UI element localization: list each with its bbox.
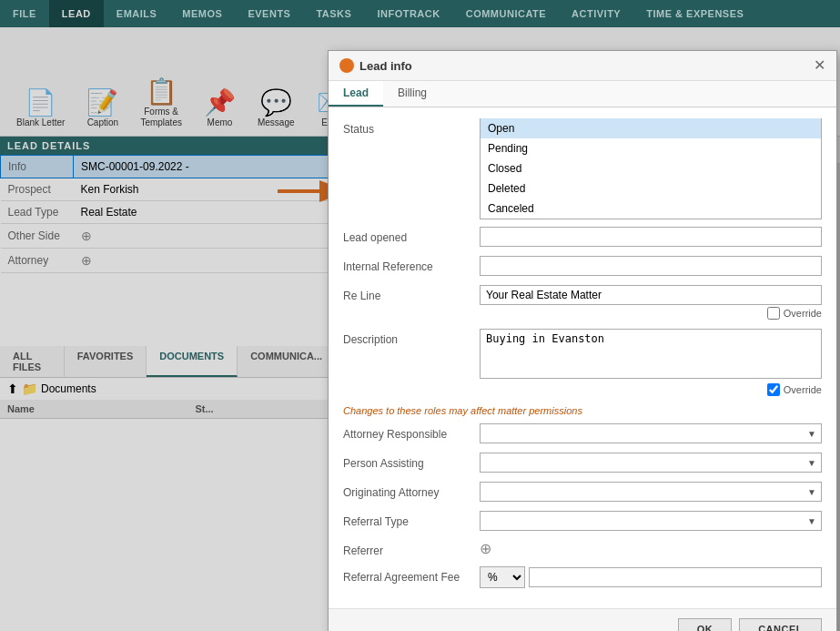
referrer-row: Referrer ⊕ xyxy=(343,540,822,557)
person-assisting-label: Person Assisting xyxy=(343,453,480,470)
dropdown-option-pending[interactable]: Pending xyxy=(481,138,821,158)
cancel-button[interactable]: CANCEL xyxy=(739,618,822,631)
logo-icon xyxy=(339,58,354,73)
person-assisting-row: Person Assisting ▼ xyxy=(343,453,822,473)
modal-tab-billing[interactable]: Billing xyxy=(383,81,441,107)
person-assisting-select[interactable] xyxy=(480,453,822,473)
re-line-input[interactable] xyxy=(480,285,822,305)
description-textarea[interactable]: Buying in Evanston xyxy=(480,329,822,379)
dropdown-option-canceled[interactable]: Canceled xyxy=(481,198,821,219)
attorney-responsible-label: Attorney Responsible xyxy=(343,423,480,441)
referral-fee-inner: % $ xyxy=(480,566,822,588)
status-label: Status xyxy=(343,118,480,136)
dropdown-option-deleted[interactable]: Deleted xyxy=(481,178,821,198)
ok-button[interactable]: OK xyxy=(678,618,733,631)
fee-amount-input[interactable] xyxy=(529,567,822,587)
referral-type-row: Referral Type ▼ xyxy=(343,511,822,531)
fee-type-select[interactable]: % $ xyxy=(480,566,525,588)
internal-reference-row: Internal Reference xyxy=(343,256,822,276)
lead-opened-input[interactable] xyxy=(480,227,822,247)
originating-attorney-row: Originating Attorney ▼ xyxy=(343,482,822,502)
dropdown-option-open[interactable]: Open xyxy=(481,118,821,138)
referral-type-select[interactable] xyxy=(480,511,822,531)
originating-attorney-control: ▼ xyxy=(480,482,822,502)
lead-opened-row: Lead opened xyxy=(343,227,822,247)
add-referrer-icon[interactable]: ⊕ xyxy=(480,541,491,556)
internal-reference-input[interactable] xyxy=(480,256,822,276)
originating-attorney-label: Originating Attorney xyxy=(343,482,480,499)
lead-opened-control xyxy=(480,227,822,247)
modal-close-button[interactable]: ✕ xyxy=(814,58,825,73)
modal-header: Lead info ✕ xyxy=(329,51,836,81)
modal-tab-lead[interactable]: Lead xyxy=(329,81,383,107)
lead-opened-label: Lead opened xyxy=(343,227,480,244)
re-line-label: Re Line xyxy=(343,285,480,302)
roles-note: Changes to these roles may affect matter… xyxy=(343,405,822,416)
referral-fee-control: % $ xyxy=(480,566,822,588)
re-line-row: Re Line Override xyxy=(343,285,822,320)
referrer-control: ⊕ xyxy=(480,540,822,557)
modal-footer: OK CANCEL xyxy=(329,608,836,631)
description-override-checkbox[interactable] xyxy=(767,383,780,396)
description-row: Description Buying in Evanston Override xyxy=(343,329,822,396)
lead-info-modal: Lead info ✕ Lead Billing Status Open Pen… xyxy=(328,50,837,631)
re-line-override-label: Override xyxy=(784,308,822,319)
dropdown-option-closed[interactable]: Closed xyxy=(481,158,821,178)
referral-fee-row: Referral Agreement Fee % $ xyxy=(343,566,822,588)
attorney-responsible-control: ▼ xyxy=(480,423,822,443)
re-line-override-checkbox[interactable] xyxy=(767,307,780,320)
attorney-responsible-row: Attorney Responsible ▼ xyxy=(343,423,822,443)
re-line-control: Override xyxy=(480,285,822,320)
referral-type-label: Referral Type xyxy=(343,511,480,528)
originating-attorney-select[interactable] xyxy=(480,482,822,502)
modal-title-text: Lead info xyxy=(359,59,412,73)
status-dropdown-open: Open Pending Closed Deleted Canceled xyxy=(480,118,822,219)
description-control: Buying in Evanston Override xyxy=(480,329,822,396)
description-override-row: Override xyxy=(480,383,822,396)
re-line-override-row: Override xyxy=(480,307,822,320)
description-override-label: Override xyxy=(784,384,822,395)
internal-reference-control xyxy=(480,256,822,276)
modal-tabs: Lead Billing xyxy=(329,81,836,107)
modal-body: Status Open Pending Closed Deleted Cance… xyxy=(329,107,836,608)
referrer-label: Referrer xyxy=(343,540,480,557)
referral-type-control: ▼ xyxy=(480,511,822,531)
status-row: Status Open Pending Closed Deleted Cance… xyxy=(343,118,822,136)
referral-fee-label: Referral Agreement Fee xyxy=(343,566,480,584)
attorney-responsible-select[interactable] xyxy=(480,423,822,443)
modal-title: Lead info xyxy=(339,58,412,73)
description-label: Description xyxy=(343,329,480,346)
internal-reference-label: Internal Reference xyxy=(343,256,480,273)
person-assisting-control: ▼ xyxy=(480,453,822,473)
